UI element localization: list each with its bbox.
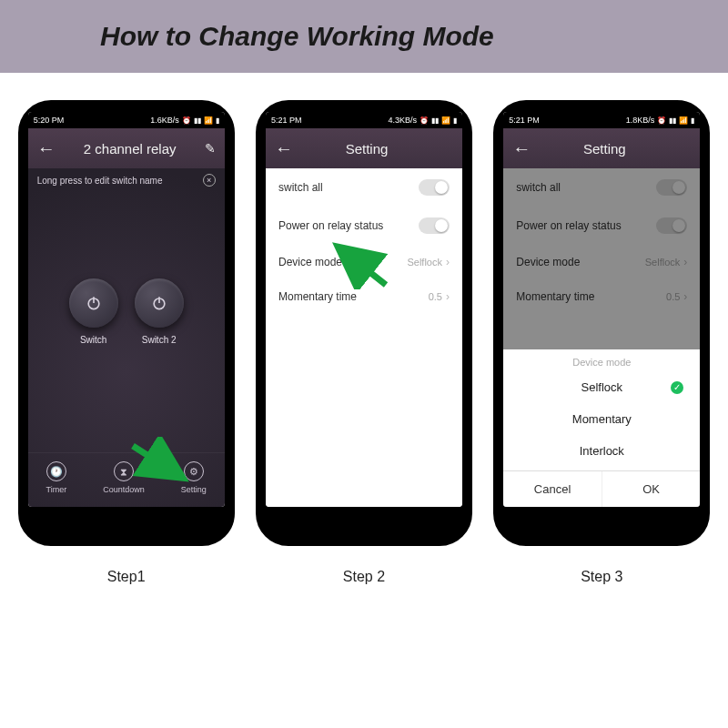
status-bar-1: 5:20 PM 1.6KB/s⏰▮▮📶▮ bbox=[28, 112, 225, 128]
wifi-icon: 📶 bbox=[441, 116, 450, 125]
alarm-icon: ⏰ bbox=[420, 116, 429, 125]
back-button[interactable]: ← bbox=[37, 138, 56, 159]
banner-title: How to Change Working Mode bbox=[100, 21, 494, 52]
mode-picker-sheet: Device mode Selflock ✓ Momentary Interlo… bbox=[503, 349, 700, 507]
row-label: switch all bbox=[278, 181, 323, 194]
power-button-1[interactable] bbox=[69, 278, 118, 328]
step2-body: switch all Power on relay status Device … bbox=[266, 168, 462, 507]
header-title: Setting bbox=[531, 141, 678, 157]
power-icon bbox=[85, 294, 103, 312]
status-bar-3: 5:21 PM 1.8KB/s⏰▮▮📶▮ bbox=[503, 112, 700, 128]
cancel-button[interactable]: Cancel bbox=[503, 471, 602, 507]
back-button[interactable]: ← bbox=[275, 138, 293, 159]
clock-icon: 🕐 bbox=[46, 461, 66, 481]
switch-1-label: Switch bbox=[80, 335, 106, 345]
header-title: 2 channel relay bbox=[56, 141, 205, 157]
toggle-power-on-relay[interactable] bbox=[419, 217, 450, 234]
power-icon bbox=[150, 294, 168, 312]
timer-button[interactable]: 🕐 Timer bbox=[46, 461, 67, 494]
screen-2: 5:21 PM 4.3KB/s⏰▮▮📶▮ ← Setting switch al… bbox=[266, 112, 462, 507]
back-button[interactable]: ← bbox=[512, 138, 531, 159]
step1-wrap: 5:20 PM 1.6KB/s⏰▮▮📶▮ ← 2 channel relay ✎… bbox=[18, 100, 235, 585]
power-button-2[interactable] bbox=[135, 278, 184, 328]
hint-text: Long press to edit switch name bbox=[37, 176, 163, 186]
phone-frame-2: 5:21 PM 4.3KB/s⏰▮▮📶▮ ← Setting switch al… bbox=[256, 100, 472, 546]
hint-bar: Long press to edit switch name × bbox=[28, 168, 225, 192]
status-speed: 1.6KB/s bbox=[150, 116, 179, 125]
row-value: 0.5 bbox=[429, 291, 442, 302]
option-momentary[interactable]: Momentary bbox=[503, 403, 700, 435]
header-title: Setting bbox=[293, 141, 440, 157]
status-bar-2: 5:21 PM 4.3KB/s⏰▮▮📶▮ bbox=[266, 112, 462, 128]
switch-1: Switch bbox=[69, 278, 118, 345]
switch-2: Switch 2 bbox=[135, 278, 184, 345]
setting-label: Setting bbox=[181, 485, 207, 494]
chevron-right-icon: › bbox=[446, 290, 450, 303]
status-speed: 1.8KB/s bbox=[626, 116, 655, 125]
wifi-icon: 📶 bbox=[204, 116, 213, 125]
sheet-buttons: Cancel OK bbox=[503, 470, 700, 507]
step1-body: Long press to edit switch name × Switch bbox=[28, 168, 225, 507]
signal-icon: ▮▮ bbox=[669, 116, 676, 125]
row-power-on-relay[interactable]: Power on relay status bbox=[266, 207, 462, 245]
gear-icon: ⚙ bbox=[184, 461, 204, 481]
screen-3: 5:21 PM 1.8KB/s⏰▮▮📶▮ ← Setting switch al… bbox=[503, 112, 700, 507]
phone-frame-1: 5:20 PM 1.6KB/s⏰▮▮📶▮ ← 2 channel relay ✎… bbox=[18, 100, 235, 546]
check-icon: ✓ bbox=[671, 381, 683, 394]
ok-button[interactable]: OK bbox=[602, 471, 701, 507]
app-header-2: ← Setting bbox=[266, 128, 462, 168]
switch-2-label: Switch 2 bbox=[142, 335, 177, 345]
step3-body: switch all Power on relay status Device … bbox=[503, 168, 700, 507]
row-momentary-time[interactable]: Momentary time 0.5› bbox=[266, 279, 462, 314]
option-label: Momentary bbox=[572, 412, 632, 426]
phone-frame-3: 5:21 PM 1.8KB/s⏰▮▮📶▮ ← Setting switch al… bbox=[493, 100, 710, 546]
countdown-button[interactable]: ⧗ Countdown bbox=[103, 461, 145, 494]
banner: How to Change Working Mode bbox=[0, 0, 728, 73]
app-header-3: ← Setting bbox=[503, 128, 700, 168]
setting-button[interactable]: ⚙ Setting bbox=[181, 461, 207, 494]
battery-icon: ▮ bbox=[453, 116, 457, 125]
status-speed: 4.3KB/s bbox=[388, 116, 417, 125]
countdown-label: Countdown bbox=[103, 485, 145, 494]
step2-label: Step 2 bbox=[343, 569, 385, 585]
edit-icon[interactable]: ✎ bbox=[205, 141, 216, 156]
signal-icon: ▮▮ bbox=[431, 116, 439, 125]
app-header-1: ← 2 channel relay ✎ bbox=[28, 128, 225, 168]
row-label: Device mode bbox=[278, 256, 342, 268]
row-value: Selflock bbox=[407, 257, 442, 268]
sheet-title: Device mode bbox=[503, 349, 700, 371]
option-label: Interlock bbox=[580, 444, 624, 458]
option-label: Selflock bbox=[581, 380, 623, 394]
row-label: Momentary time bbox=[278, 290, 357, 303]
wifi-icon: 📶 bbox=[679, 116, 688, 125]
screen-1: 5:20 PM 1.6KB/s⏰▮▮📶▮ ← 2 channel relay ✎… bbox=[28, 112, 225, 507]
step3-wrap: 5:21 PM 1.8KB/s⏰▮▮📶▮ ← Setting switch al… bbox=[493, 100, 710, 585]
alarm-icon: ⏰ bbox=[657, 116, 666, 125]
signal-icon: ▮▮ bbox=[194, 116, 201, 125]
status-time: 5:21 PM bbox=[271, 116, 302, 125]
switches: Switch Switch 2 bbox=[28, 278, 225, 345]
bottom-bar: 🕐 Timer ⧗ Countdown ⚙ Setting bbox=[28, 452, 225, 507]
step2-wrap: 5:21 PM 4.3KB/s⏰▮▮📶▮ ← Setting switch al… bbox=[256, 100, 472, 585]
alarm-icon: ⏰ bbox=[182, 116, 191, 125]
battery-icon: ▮ bbox=[216, 116, 219, 125]
option-selflock[interactable]: Selflock ✓ bbox=[503, 371, 700, 403]
option-interlock[interactable]: Interlock bbox=[503, 435, 700, 467]
close-icon[interactable]: × bbox=[203, 174, 216, 187]
row-device-mode[interactable]: Device mode Selflock› bbox=[266, 245, 462, 279]
step3-label: Step 3 bbox=[581, 569, 622, 585]
hourglass-icon: ⧗ bbox=[114, 461, 134, 481]
status-time: 5:20 PM bbox=[34, 116, 65, 125]
toggle-switch-all[interactable] bbox=[419, 179, 450, 196]
phones-row: 5:20 PM 1.6KB/s⏰▮▮📶▮ ← 2 channel relay ✎… bbox=[0, 73, 728, 585]
timer-label: Timer bbox=[46, 485, 67, 494]
battery-icon: ▮ bbox=[691, 116, 694, 125]
row-label: Power on relay status bbox=[278, 219, 383, 232]
status-time: 5:21 PM bbox=[509, 116, 540, 125]
step1-label: Step1 bbox=[107, 569, 146, 585]
chevron-right-icon: › bbox=[446, 256, 450, 268]
row-switch-all[interactable]: switch all bbox=[266, 168, 462, 207]
